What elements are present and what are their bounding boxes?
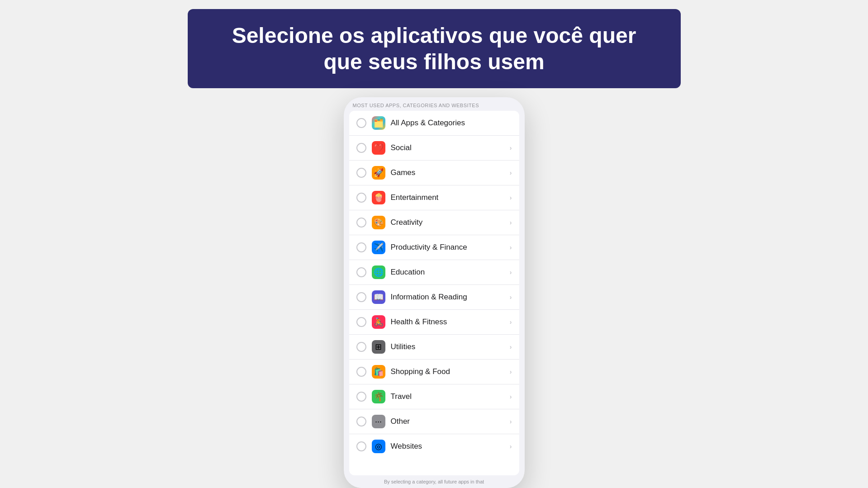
radio-entertainment[interactable] — [356, 193, 366, 203]
radio-other[interactable] — [356, 417, 366, 426]
chevron-productivity: › — [510, 244, 512, 251]
phone-container: MOST USED APPS, CATEGORIES AND WEBSITES … — [344, 97, 525, 488]
chevron-education: › — [510, 269, 512, 276]
list-item-entertainment[interactable]: 🍿Entertainment› — [349, 185, 519, 210]
icon-education: 🌐 — [372, 265, 385, 279]
list-item-websites[interactable]: ◎Websites› — [349, 434, 519, 459]
label-travel: Travel — [391, 392, 510, 401]
list-item-shopping[interactable]: 🛍️Shopping & Food› — [349, 360, 519, 384]
section-label: MOST USED APPS, CATEGORIES AND WEBSITES — [344, 97, 525, 111]
chevron-other: › — [510, 418, 512, 425]
label-utilities: Utilities — [391, 342, 510, 351]
radio-social[interactable] — [356, 143, 366, 153]
icon-travel: 🌴 — [372, 390, 385, 403]
list-item-education[interactable]: 🌐Education› — [349, 260, 519, 285]
list-item-all[interactable]: 🗂️All Apps & Categories — [349, 111, 519, 136]
list-item-travel[interactable]: 🌴Travel› — [349, 384, 519, 409]
label-productivity: Productivity & Finance — [391, 243, 510, 252]
label-games: Games — [391, 168, 510, 177]
label-education: Education — [391, 268, 510, 277]
radio-games[interactable] — [356, 168, 366, 178]
list-item-games[interactable]: 🚀Games› — [349, 161, 519, 185]
radio-all[interactable] — [356, 118, 366, 128]
radio-education[interactable] — [356, 267, 366, 277]
chevron-entertainment: › — [510, 194, 512, 201]
label-all: All Apps & Categories — [391, 118, 512, 128]
icon-information: 📖 — [372, 290, 385, 304]
icon-all: 🗂️ — [372, 116, 385, 130]
header-title: Selecione os aplicativos que você quer q… — [210, 23, 658, 75]
radio-shopping[interactable] — [356, 367, 366, 377]
icon-social: ❤️ — [372, 141, 385, 155]
radio-information[interactable] — [356, 292, 366, 302]
list-item-other[interactable]: ···Other› — [349, 409, 519, 434]
icon-creativity: 🎨 — [372, 216, 385, 229]
chevron-games: › — [510, 169, 512, 176]
list-item-information[interactable]: 📖Information & Reading› — [349, 285, 519, 310]
radio-utilities[interactable] — [356, 342, 366, 352]
label-creativity: Creativity — [391, 218, 510, 227]
label-social: Social — [391, 143, 510, 152]
chevron-shopping: › — [510, 368, 512, 375]
label-information: Information & Reading — [391, 293, 510, 302]
list-item-productivity[interactable]: ✈️Productivity & Finance› — [349, 235, 519, 260]
radio-creativity[interactable] — [356, 218, 366, 227]
icon-entertainment: 🍿 — [372, 191, 385, 204]
chevron-websites: › — [510, 443, 512, 450]
radio-travel[interactable] — [356, 392, 366, 402]
header-banner: Selecione os aplicativos que você quer q… — [188, 9, 681, 88]
list-item-social[interactable]: ❤️Social› — [349, 136, 519, 161]
chevron-health: › — [510, 318, 512, 326]
label-websites: Websites — [391, 442, 510, 451]
icon-other: ··· — [372, 415, 385, 428]
chevron-information: › — [510, 294, 512, 301]
icon-websites: ◎ — [372, 440, 385, 453]
footer-note: By selecting a category, all future apps… — [344, 475, 525, 488]
chevron-social: › — [510, 144, 512, 152]
list-item-utilities[interactable]: ⊞Utilities› — [349, 335, 519, 360]
label-entertainment: Entertainment — [391, 193, 510, 202]
icon-utilities: ⊞ — [372, 340, 385, 354]
radio-productivity[interactable] — [356, 242, 366, 252]
icon-productivity: ✈️ — [372, 241, 385, 254]
icon-shopping: 🛍️ — [372, 365, 385, 379]
categories-list: 🗂️All Apps & Categories❤️Social›🚀Games›🍿… — [349, 111, 519, 475]
label-other: Other — [391, 417, 510, 426]
icon-health: 🚴 — [372, 315, 385, 329]
label-shopping: Shopping & Food — [391, 367, 510, 376]
icon-games: 🚀 — [372, 166, 385, 180]
chevron-utilities: › — [510, 343, 512, 351]
list-item-creativity[interactable]: 🎨Creativity› — [349, 210, 519, 235]
list-item-health[interactable]: 🚴Health & Fitness› — [349, 310, 519, 335]
label-health: Health & Fitness — [391, 317, 510, 327]
chevron-creativity: › — [510, 219, 512, 226]
radio-websites[interactable] — [356, 441, 366, 451]
chevron-travel: › — [510, 393, 512, 400]
radio-health[interactable] — [356, 317, 366, 327]
